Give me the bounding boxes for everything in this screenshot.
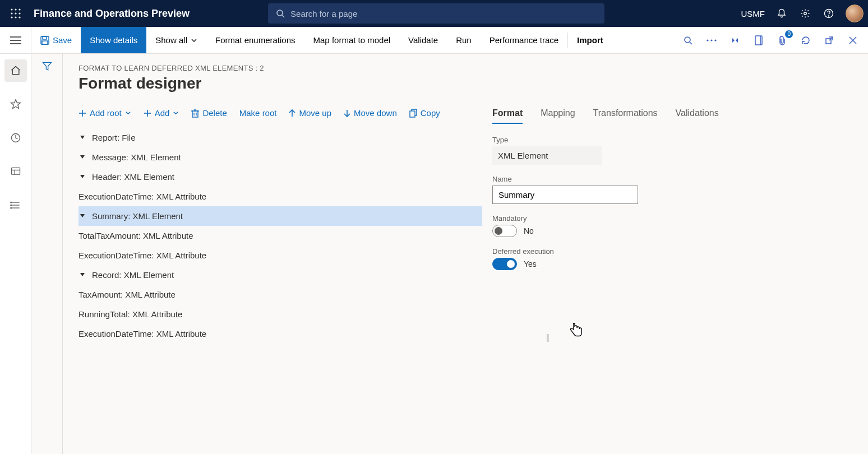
chevron-down-icon	[173, 110, 179, 116]
tree-node-exec2[interactable]: ExecutionDateTime: XML Attribute	[79, 245, 482, 265]
tree-node-taxamount[interactable]: TaxAmount: XML Attribute	[79, 285, 482, 304]
property-tabs: Format Mapping Transformations Validatio…	[492, 108, 852, 124]
company-label[interactable]: USMF	[741, 9, 765, 18]
svg-point-4	[15, 12, 16, 14]
svg-marker-57	[80, 136, 85, 139]
name-input[interactable]	[492, 186, 638, 204]
copy-button[interactable]: Copy	[409, 108, 440, 118]
delete-button[interactable]: Delete	[191, 108, 227, 118]
top-navbar: Finance and Operations Preview Search fo…	[0, 0, 868, 27]
name-label: Name	[492, 175, 852, 183]
bell-icon[interactable]	[775, 7, 788, 20]
chevron-down-icon	[125, 110, 131, 116]
svg-point-11	[804, 12, 807, 15]
help-icon[interactable]	[822, 7, 835, 20]
deferred-value: Yes	[524, 260, 537, 268]
move-up-button[interactable]: Move up	[289, 108, 331, 118]
tree-node-summary[interactable]: Summary: XML Element	[79, 206, 482, 226]
close-icon[interactable]	[841, 27, 865, 54]
waffle-icon[interactable]	[4, 2, 27, 25]
svg-point-7	[15, 16, 16, 18]
svg-point-0	[11, 8, 12, 10]
workspaces-icon[interactable]	[4, 160, 27, 183]
type-label: Type	[492, 136, 852, 144]
show-all-button[interactable]: Show all	[146, 27, 206, 53]
plus-icon	[79, 109, 86, 117]
svg-marker-61	[80, 273, 85, 276]
svg-point-13	[828, 16, 829, 16]
plus-icon	[144, 109, 151, 117]
deferred-label: Deferred execution	[492, 247, 852, 256]
avatar[interactable]	[846, 4, 864, 22]
performance-trace-button[interactable]: Performance trace	[481, 27, 567, 53]
tree-node-runningtotal[interactable]: RunningTotal: XML Attribute	[79, 304, 482, 324]
import-button[interactable]: Import	[568, 27, 612, 53]
tree-node-exec1[interactable]: ExecutionDateTime: XML Attribute	[79, 187, 482, 206]
svg-rect-19	[42, 41, 48, 44]
recent-icon[interactable]	[4, 127, 27, 149]
favorites-icon[interactable]	[4, 93, 27, 115]
save-icon	[40, 36, 49, 45]
run-button[interactable]: Run	[447, 27, 481, 53]
attachments-icon[interactable]: 0	[770, 27, 794, 54]
show-details-button[interactable]: Show details	[81, 27, 146, 53]
format-enumerations-button[interactable]: Format enumerations	[206, 27, 304, 53]
tree-node-message[interactable]: Message: XML Element	[79, 147, 482, 167]
tab-validations[interactable]: Validations	[676, 108, 719, 124]
tab-mapping[interactable]: Mapping	[541, 108, 575, 124]
svg-point-2	[19, 8, 20, 10]
refresh-icon[interactable]	[794, 27, 818, 54]
filter-column	[31, 54, 63, 454]
splitter-handle[interactable]: ||	[546, 333, 548, 342]
svg-rect-56	[410, 111, 415, 117]
make-root-button[interactable]: Make root	[239, 108, 277, 118]
svg-point-42	[10, 205, 11, 206]
tree-node-exec3[interactable]: ExecutionDateTime: XML Attribute	[79, 324, 482, 344]
office-icon[interactable]	[747, 27, 770, 54]
global-search[interactable]: Search for a page	[268, 3, 604, 24]
svg-marker-58	[80, 155, 85, 159]
svg-point-24	[714, 39, 716, 41]
svg-marker-26	[736, 38, 738, 43]
gear-icon[interactable]	[798, 7, 812, 20]
tab-format[interactable]: Format	[492, 108, 523, 124]
tree-node-report[interactable]: Report: File	[79, 128, 482, 147]
find-icon[interactable]	[676, 27, 700, 54]
mandatory-value: No	[524, 226, 534, 235]
svg-rect-27	[755, 36, 762, 45]
validate-button[interactable]: Validate	[399, 27, 447, 53]
modules-icon[interactable]	[4, 194, 27, 216]
svg-rect-49	[192, 111, 198, 117]
search-placeholder: Search for a page	[290, 9, 357, 18]
mandatory-toggle[interactable]	[492, 225, 517, 237]
tab-transformations[interactable]: Transformations	[593, 108, 658, 124]
add-button[interactable]: Add	[144, 108, 179, 118]
tree-node-header[interactable]: Header: XML Element	[79, 167, 482, 187]
navpane-toggle-icon[interactable]	[0, 27, 31, 53]
tree-toolbar: Add root Add Delete Make root	[79, 108, 482, 118]
save-button[interactable]: Save	[31, 27, 81, 53]
move-down-button[interactable]: Move down	[344, 108, 397, 118]
trash-icon	[191, 109, 199, 118]
arrow-up-icon	[289, 109, 296, 117]
brand-title: Finance and Operations Preview	[34, 8, 190, 20]
more-icon[interactable]	[700, 27, 723, 54]
breadcrumb: FORMAT TO LEARN DEFERRED XML ELEMENTS : …	[79, 64, 852, 72]
chevron-down-icon	[191, 37, 197, 44]
add-root-button[interactable]: Add root	[79, 108, 131, 118]
popout-icon[interactable]	[818, 27, 841, 54]
attachments-badge: 0	[785, 30, 793, 38]
save-label: Save	[53, 35, 72, 45]
type-value: XML Element	[492, 146, 602, 165]
filter-icon[interactable]	[41, 61, 53, 454]
map-format-button[interactable]: Map format to model	[304, 27, 400, 53]
svg-marker-59	[80, 175, 85, 178]
copy-icon	[409, 109, 417, 118]
home-icon[interactable]	[4, 59, 27, 82]
svg-marker-25	[732, 38, 735, 43]
svg-rect-18	[43, 36, 47, 39]
tree-node-record[interactable]: Record: XML Element	[79, 265, 482, 285]
tree-node-totaltax[interactable]: TotalTaxAmount: XML Attribute	[79, 226, 482, 245]
connector-icon[interactable]	[723, 27, 747, 54]
deferred-toggle[interactable]	[492, 258, 517, 270]
